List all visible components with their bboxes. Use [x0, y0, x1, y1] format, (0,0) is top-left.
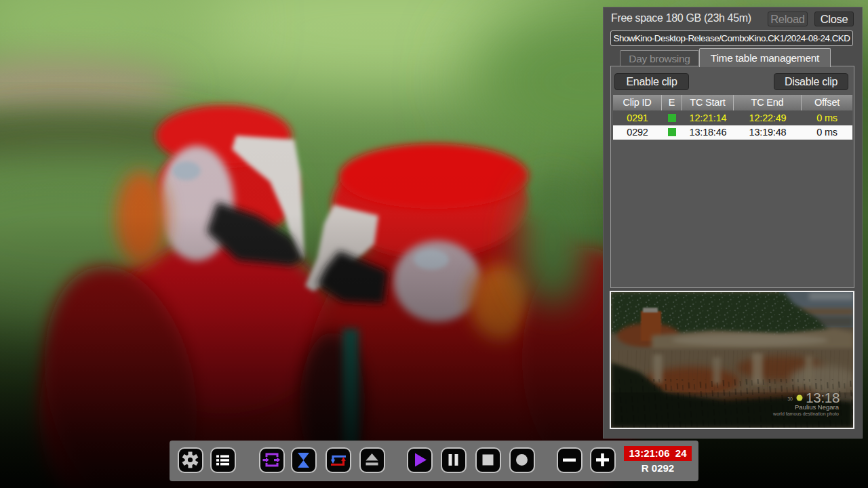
svg-text:Paulius Negara: Paulius Negara — [795, 403, 840, 411]
svg-text:30: 30 — [787, 396, 793, 401]
svg-text:world famous destination photo: world famous destination photo — [772, 411, 839, 417]
